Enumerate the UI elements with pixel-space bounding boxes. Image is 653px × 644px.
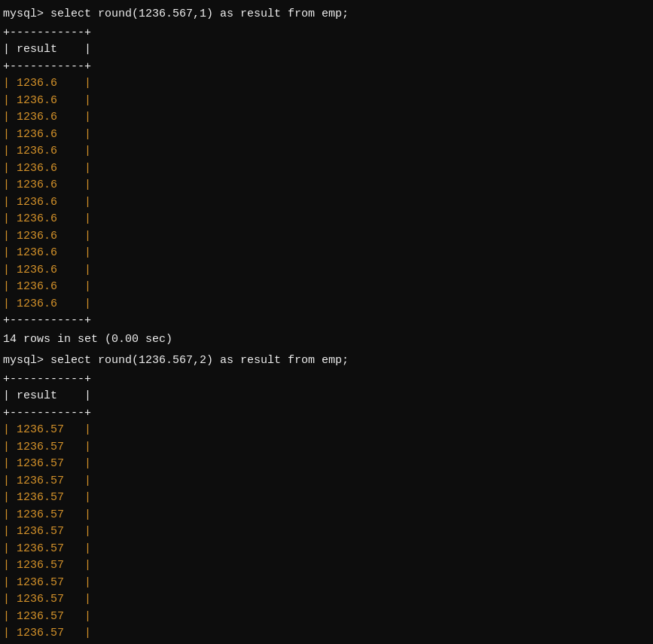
query2-border-top: +-----------+: [0, 371, 653, 389]
table-row: | 1236.6 |: [0, 262, 653, 279]
table-row: | 1236.57 |: [0, 557, 653, 575]
query1-prompt: mysql> select round(1236.567,1) as resul…: [0, 5, 653, 25]
table-row: | 1236.57 |: [0, 591, 653, 609]
query1-border-bot: +-----------+: [0, 313, 653, 330]
table-row: | 1236.6 |: [0, 109, 653, 127]
query1-border-top: +-----------+: [0, 25, 653, 42]
table-row: | 1236.57 |: [0, 625, 653, 642]
table-row: | 1236.57 |: [0, 473, 653, 490]
query2-border-mid: +-----------+: [0, 405, 653, 423]
table-row: | 1236.57 |: [0, 439, 653, 456]
query2-header: | result |: [0, 388, 653, 405]
table-row: | 1236.6 |: [0, 194, 653, 212]
query1-header: | result |: [0, 41, 653, 59]
table-row: | 1236.6 |: [0, 160, 653, 178]
table-row: | 1236.6 |: [0, 228, 653, 246]
table-row: | 1236.6 |: [0, 143, 653, 160]
query2-prompt: mysql> select round(1236.567,2) as resul…: [0, 351, 653, 371]
table-row: | 1236.6 |: [0, 127, 653, 144]
table-row: | 1236.6 |: [0, 177, 653, 194]
table-row: | 1236.57 |: [0, 490, 653, 507]
table-row: | 1236.57 |: [0, 523, 653, 541]
table-row: | 1236.57 |: [0, 422, 653, 439]
query1-summary: 14 rows in set (0.00 sec): [0, 330, 653, 350]
table-row: | 1236.57 |: [0, 507, 653, 524]
query2-rows: | 1236.57 || 1236.57 || 1236.57 || 1236.…: [0, 422, 653, 644]
table-row: | 1236.6 |: [0, 75, 653, 93]
table-row: | 1236.6 |: [0, 93, 653, 110]
table-row: | 1236.6 |: [0, 245, 653, 262]
table-row: | 1236.57 |: [0, 609, 653, 626]
table-row: | 1236.57 |: [0, 575, 653, 592]
query1-rows: | 1236.6 || 1236.6 || 1236.6 || 1236.6 |…: [0, 75, 653, 313]
table-row: | 1236.57 |: [0, 541, 653, 558]
query1-border-mid: +-----------+: [0, 59, 653, 76]
table-row: | 1236.6 |: [0, 296, 653, 313]
table-row: | 1236.57 |: [0, 456, 653, 473]
table-row: | 1236.6 |: [0, 211, 653, 228]
table-row: | 1236.6 |: [0, 279, 653, 296]
terminal-window: mysql> select round(1236.567,1) as resul…: [0, 0, 653, 644]
